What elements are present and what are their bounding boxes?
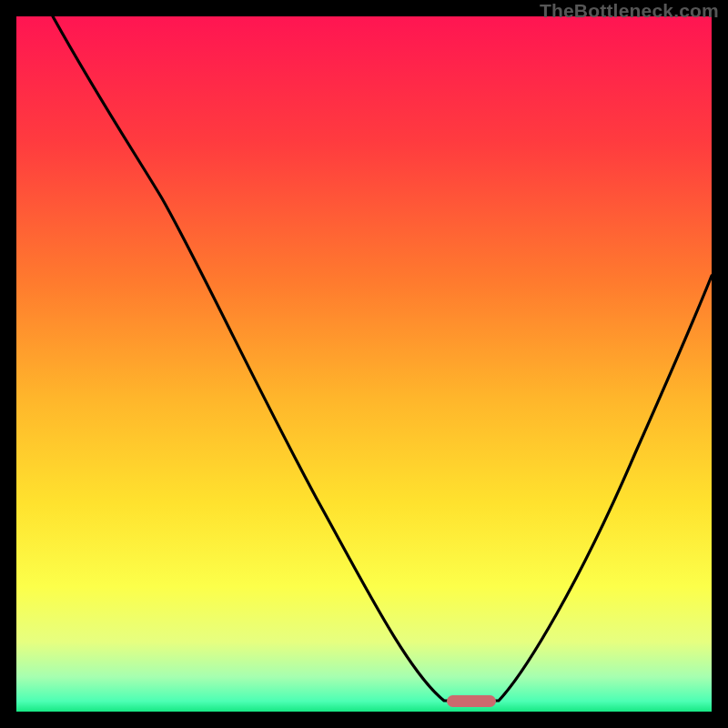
attribution-text: TheBottleneck.com	[540, 0, 719, 22]
bottleneck-curve	[16, 16, 712, 712]
optimum-marker	[447, 695, 496, 707]
chart-stage: TheBottleneck.com	[0, 0, 728, 728]
plot-area	[16, 16, 712, 712]
